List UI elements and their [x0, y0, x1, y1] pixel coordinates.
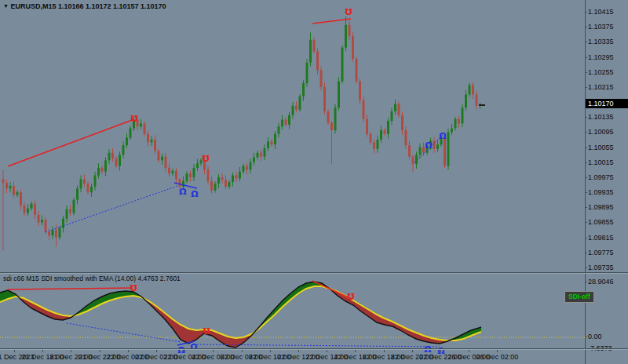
symbol-dropdown-icon[interactable]: ▼ [3, 3, 9, 9]
price-tick [585, 177, 587, 178]
sell-marker-icon: Ω [130, 113, 138, 123]
candle-bear [313, 40, 316, 51]
candle-bull [469, 85, 471, 94]
candle-bull [217, 177, 220, 184]
time-tick [469, 350, 469, 352]
candle-bear [359, 82, 361, 100]
price-tick-label: 1.10415 [588, 8, 614, 16]
candle-bull [196, 163, 199, 168]
buy-marker-icon: Ω [191, 189, 199, 199]
price-tick-label: 1.10255 [588, 68, 614, 76]
candle-bear [179, 179, 181, 187]
candle-bull [151, 140, 153, 142]
candle-bull [465, 94, 467, 107]
indicator-tick-label: 0.00 [588, 333, 602, 340]
price-tick-label: 1.09975 [588, 173, 614, 181]
symbol-ohlc: 1.10166 1.10172 1.10157 1.10170 [58, 2, 166, 10]
candle-bull [451, 129, 453, 133]
candle-bear [83, 179, 86, 184]
candle-bull [66, 209, 68, 219]
candle-bear [38, 215, 40, 223]
price-tick-label: 1.09815 [588, 234, 614, 242]
buy-marker-icon: Ω [190, 342, 198, 352]
candle-bear [458, 119, 460, 124]
price-tick-label: 1.09855 [588, 218, 614, 226]
candle-bull [436, 144, 439, 149]
candle-bull [80, 179, 82, 188]
candle-bear [24, 206, 26, 213]
candle-bull [161, 157, 163, 161]
trend-line-red [312, 19, 351, 24]
candle-bear [207, 169, 210, 180]
time-tick [242, 350, 243, 352]
price-tick [585, 268, 587, 268]
price-tick [585, 57, 587, 58]
price-tick-label: 1.10135 [588, 113, 614, 121]
candle-bear [271, 141, 273, 144]
time-tick [384, 350, 385, 352]
price-tick-label: 1.09735 [588, 264, 614, 271]
price-tick-label: 1.09935 [588, 188, 614, 196]
price-tick [585, 27, 587, 27]
candle-bear [111, 153, 114, 158]
candle-bull [239, 172, 241, 179]
candle-bear [260, 153, 262, 157]
price-tick [585, 147, 587, 148]
current-price-tag: 1.10170 [586, 99, 628, 108]
trend-line-red [312, 281, 352, 299]
candle-bear [356, 59, 358, 82]
candle-bull [52, 230, 54, 235]
candle-bull [387, 121, 389, 134]
candle-bull [267, 141, 269, 148]
price-tick [585, 132, 587, 133]
candle-bear [210, 181, 213, 191]
time-tick [298, 350, 299, 352]
price-tick-label: 1.10375 [588, 23, 614, 31]
buy-marker-icon: Ω [439, 131, 447, 141]
candle-bear [472, 85, 474, 94]
candle-bull [62, 219, 64, 228]
sell-marker-icon: Ω [347, 291, 355, 301]
time-tick [156, 350, 157, 352]
indicator-tick-label: 28.9046 [588, 278, 614, 286]
price-tick [585, 42, 587, 42]
candle-bull [122, 145, 125, 155]
candle-bull [447, 132, 450, 166]
sell-marker-icon: Ω [345, 6, 352, 16]
divergence-line-blue [46, 186, 177, 232]
candle-bull [200, 160, 203, 163]
candle-bull [214, 184, 217, 191]
candle-bull [253, 158, 255, 162]
candle-bear [175, 171, 177, 180]
candle-bear [5, 183, 8, 188]
candle-bull [462, 107, 464, 123]
time-tick [71, 350, 71, 352]
price-tick-label: 1.10055 [588, 144, 614, 151]
candle-bull [73, 200, 75, 213]
candle-bear [48, 231, 50, 235]
candle-bear [363, 100, 365, 119]
sell-marker-icon: Ω [203, 326, 210, 336]
candle-bull [94, 176, 97, 187]
price-tick [585, 238, 587, 238]
price-tick [585, 207, 587, 208]
candle-bear [373, 142, 375, 149]
price-tick [585, 192, 587, 193]
chart-canvas[interactable]: ΩΩΩΩΩΩΩΩΩΩΩΩΩΩ [0, 0, 628, 364]
candle-bull [278, 126, 280, 134]
candle-bear [476, 94, 478, 105]
sdi-toggle-button[interactable]: SDI-off [564, 291, 594, 303]
candle-bear [55, 230, 57, 238]
candle-bear [34, 203, 36, 214]
time-tick [355, 350, 356, 352]
candle-bull [264, 148, 266, 157]
candle-bear [330, 122, 333, 130]
candle-bull [334, 107, 337, 130]
candle-bear [20, 192, 22, 206]
candle-bear [87, 184, 89, 192]
candle-bull [140, 123, 142, 126]
time-tick [184, 350, 185, 352]
candle-bear [221, 177, 224, 180]
candle-bull [130, 129, 132, 138]
candle-bear [189, 173, 192, 177]
